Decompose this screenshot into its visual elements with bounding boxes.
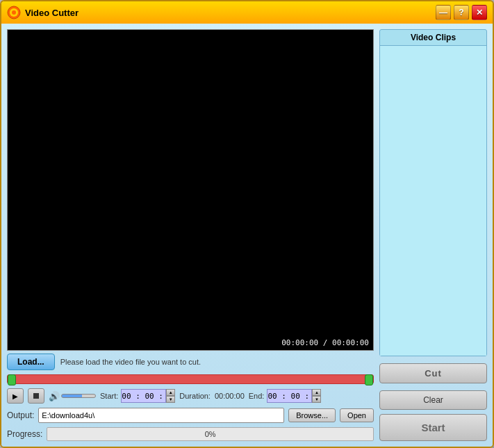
content-area: 00:00:00 / 00:00:00 Load... Please load … [1, 24, 493, 447]
start-label: Start: [100, 392, 118, 400]
time-display: 00:00:00 / 00:00:00 [281, 338, 369, 347]
end-label: End: [249, 392, 265, 400]
play-icon: ▶ [13, 392, 18, 400]
end-field-group: End: ▲ ▼ [249, 389, 322, 403]
volume-area: 🔊 [49, 391, 96, 401]
start-field-group: Start: ▲ ▼ [100, 389, 175, 403]
progress-text: 0% [205, 430, 216, 438]
stop-button[interactable] [28, 388, 44, 404]
stop-icon [33, 393, 39, 399]
main-row: 00:00:00 / 00:00:00 Load... Please load … [7, 29, 487, 441]
duration-value: 00:00:00 [215, 392, 245, 400]
load-button[interactable]: Load... [7, 354, 55, 370]
load-row: Load... Please load the video file you w… [7, 354, 374, 370]
start-time-up[interactable]: ▲ [166, 389, 175, 396]
clear-button[interactable]: Clear [379, 390, 487, 410]
end-time-down[interactable]: ▼ [312, 396, 321, 403]
video-clips-header: Video Clips [380, 30, 486, 46]
play-button[interactable]: ▶ [7, 388, 24, 404]
progress-label: Progress: [7, 429, 42, 439]
playback-row: ▶ 🔊 Start: ▲ [7, 388, 374, 404]
help-button[interactable]: ? [454, 5, 469, 20]
output-path-input[interactable] [38, 408, 284, 423]
open-button[interactable]: Open [340, 408, 374, 422]
app-icon [7, 6, 21, 19]
close-button[interactable]: ✕ [472, 5, 487, 20]
start-time-down[interactable]: ▼ [166, 396, 175, 403]
output-label: Output: [7, 410, 34, 420]
svg-point-2 [12, 10, 16, 15]
range-track[interactable] [7, 374, 374, 384]
cut-button[interactable]: Cut [379, 363, 487, 383]
range-handle-right[interactable] [365, 374, 373, 385]
progress-row: Progress: 0% [7, 427, 374, 441]
video-preview: 00:00:00 / 00:00:00 [7, 29, 374, 351]
duration-label: Duration: [179, 392, 211, 400]
volume-slider[interactable] [61, 394, 96, 398]
left-panel: 00:00:00 / 00:00:00 Load... Please load … [7, 29, 374, 441]
video-clips-body [380, 46, 486, 356]
browse-button[interactable]: Browse... [288, 408, 336, 422]
start-time-input[interactable] [121, 389, 166, 403]
start-time-box: ▲ ▼ [121, 389, 175, 403]
end-time-box: ▲ ▼ [267, 389, 321, 403]
video-clips-panel: Video Clips [379, 29, 487, 356]
output-row: Output: Browse... Open [7, 408, 374, 423]
cut-button-area: Cut [379, 360, 487, 386]
load-hint: Please load the video file you want to c… [60, 358, 201, 366]
end-time-input[interactable] [267, 389, 312, 403]
window-controls: — ? ✕ [436, 5, 487, 20]
progress-bar-container: 0% [47, 427, 374, 441]
end-time-spinner: ▲ ▼ [312, 389, 321, 403]
minimize-button[interactable]: — [436, 5, 451, 20]
slider-row [7, 374, 374, 384]
start-button[interactable]: Start [379, 414, 487, 441]
right-panel: Video Clips Cut Clear Start [379, 29, 487, 441]
end-time-up[interactable]: ▲ [312, 389, 321, 396]
title-bar: Video Cutter — ? ✕ [1, 1, 493, 24]
volume-icon: 🔊 [49, 391, 60, 401]
start-time-spinner: ▲ ▼ [166, 389, 175, 403]
range-handle-left[interactable] [8, 374, 16, 385]
window-title: Video Cutter [25, 8, 436, 18]
main-window: Video Cutter — ? ✕ 00:00:00 / 00:00:00 L… [0, 0, 494, 448]
